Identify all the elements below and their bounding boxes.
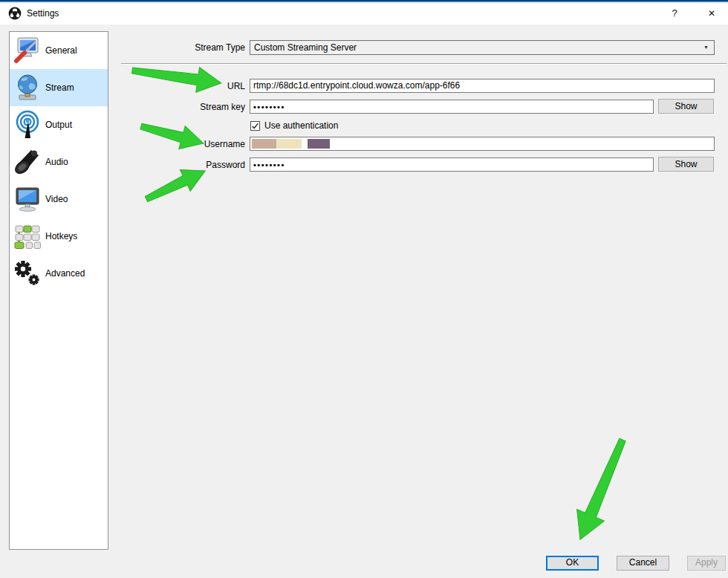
settings-sidebar: General Stream (9, 31, 108, 550)
sidebar-item-label: Video (45, 194, 68, 204)
username-redaction-block (276, 139, 302, 149)
use-authentication-checkbox[interactable] (250, 121, 260, 131)
video-icon (10, 184, 45, 214)
stream-type-value: Custom Streaming Server (254, 42, 357, 53)
stream-type-dropdown[interactable]: Custom Streaming Server ▼ (250, 40, 715, 55)
sidebar-item-stream[interactable]: Stream (10, 69, 108, 106)
audio-icon (10, 147, 45, 177)
sidebar-item-video[interactable]: Video (10, 181, 108, 218)
username-label: Username (121, 137, 245, 152)
url-label: URL (121, 79, 245, 94)
sidebar-item-label: General (45, 45, 77, 56)
window-title: Settings (27, 2, 59, 25)
stream-key-input[interactable]: •••••••• (250, 100, 654, 114)
stream-key-show-button[interactable]: Show (658, 99, 714, 114)
sidebar-item-output[interactable]: Output (10, 106, 108, 143)
password-input[interactable]: •••••••• (250, 158, 654, 172)
password-label: Password (121, 158, 245, 172)
general-icon (10, 36, 45, 65)
section-divider (121, 63, 727, 64)
title-bar: Settings ? ✕ (0, 2, 728, 25)
obs-logo-icon (8, 7, 22, 20)
output-icon (10, 110, 45, 140)
sidebar-item-audio[interactable]: Audio (10, 143, 108, 181)
username-redaction-block (308, 139, 330, 149)
arrow-to-ok (567, 434, 637, 545)
sidebar-item-label: Output (45, 120, 72, 130)
sidebar-item-advanced[interactable]: Advanced (10, 255, 108, 292)
stream-key-value: •••••••• (253, 103, 285, 111)
stream-icon (10, 73, 45, 103)
password-value: •••••••• (253, 160, 285, 169)
help-button[interactable]: ? (658, 2, 691, 25)
apply-button[interactable]: Apply (687, 556, 726, 571)
password-show-button[interactable]: Show (658, 157, 714, 172)
username-input[interactable] (250, 137, 715, 151)
sidebar-item-label: Stream (45, 82, 74, 93)
cancel-button[interactable]: Cancel (617, 556, 669, 571)
url-value: rtmp://68dc1d.entrypoint.cloud.wowza.com… (253, 80, 460, 91)
chevron-down-icon: ▼ (703, 41, 709, 54)
username-redaction-block (252, 139, 276, 149)
close-icon[interactable]: ✕ (695, 2, 728, 25)
use-authentication-label: Use authentication (264, 120, 338, 131)
stream-key-label: Stream key (121, 100, 245, 114)
stream-type-label: Stream Type (121, 40, 245, 55)
hotkeys-icon (10, 221, 45, 251)
sidebar-item-label: Hotkeys (45, 231, 77, 241)
sidebar-item-general[interactable]: General (10, 32, 108, 69)
sidebar-item-label: Audio (45, 157, 68, 167)
sidebar-item-hotkeys[interactable]: Hotkeys (10, 218, 108, 255)
url-input[interactable]: rtmp://68dc1d.entrypoint.cloud.wowza.com… (250, 79, 715, 93)
sidebar-item-label: Advanced (45, 268, 85, 279)
checkmark-icon (251, 122, 259, 130)
ok-button[interactable]: OK (546, 556, 599, 571)
advanced-icon (10, 259, 45, 288)
settings-window: Settings ? ✕ General (0, 0, 728, 578)
